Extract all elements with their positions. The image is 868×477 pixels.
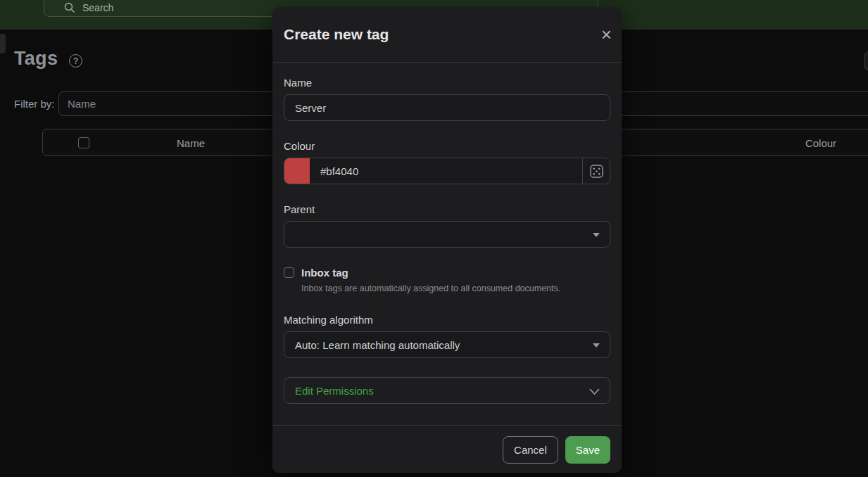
search-placeholder: Search — [82, 2, 113, 13]
select-all-checkbox[interactable] — [78, 137, 89, 148]
edit-permissions-label: Edit Permissions — [295, 385, 374, 397]
close-icon[interactable]: × — [601, 25, 612, 44]
cancel-button[interactable]: Cancel — [503, 436, 558, 464]
create-tag-modal: Create new tag × Name Colour — [272, 7, 622, 473]
colour-swatch[interactable] — [284, 158, 310, 184]
help-icon[interactable]: ? — [69, 54, 82, 68]
parent-label: Parent — [284, 203, 610, 215]
matching-algorithm-select[interactable]: Auto: Learn matching automatically — [284, 331, 610, 358]
filter-by-label: Filter by: — [14, 98, 55, 110]
random-colour-button[interactable] — [582, 158, 610, 184]
colour-input-group — [284, 158, 610, 184]
clipped-edge-button[interactable] — [864, 51, 868, 70]
caret-down-icon — [593, 343, 600, 348]
clipped-sidebar-edge — [0, 34, 6, 53]
page-title: Tags — [14, 48, 58, 70]
search-icon — [64, 2, 75, 13]
inbox-tag-checkbox[interactable] — [284, 267, 294, 278]
column-header-colour[interactable]: Colour — [775, 137, 867, 149]
colour-hex-input[interactable] — [310, 158, 582, 184]
inbox-tag-hint: Inbox tags are automatically assigned to… — [301, 284, 610, 293]
matching-algorithm-value: Auto: Learn matching automatically — [295, 339, 460, 351]
tag-name-input[interactable] — [284, 94, 610, 121]
matching-algorithm-label: Matching algorithm — [284, 314, 610, 326]
modal-title: Create new tag — [284, 26, 389, 43]
colour-label: Colour — [284, 140, 610, 152]
save-button[interactable]: Save — [565, 436, 610, 464]
column-header-name[interactable]: Name — [106, 137, 275, 149]
name-label: Name — [284, 77, 610, 89]
dice-icon — [590, 165, 603, 178]
chevron-down-icon — [589, 386, 600, 400]
parent-select[interactable] — [284, 221, 610, 248]
inbox-tag-label[interactable]: Inbox tag — [301, 267, 348, 279]
edit-permissions-accordion[interactable]: Edit Permissions — [284, 377, 610, 404]
caret-down-icon — [593, 233, 600, 237]
